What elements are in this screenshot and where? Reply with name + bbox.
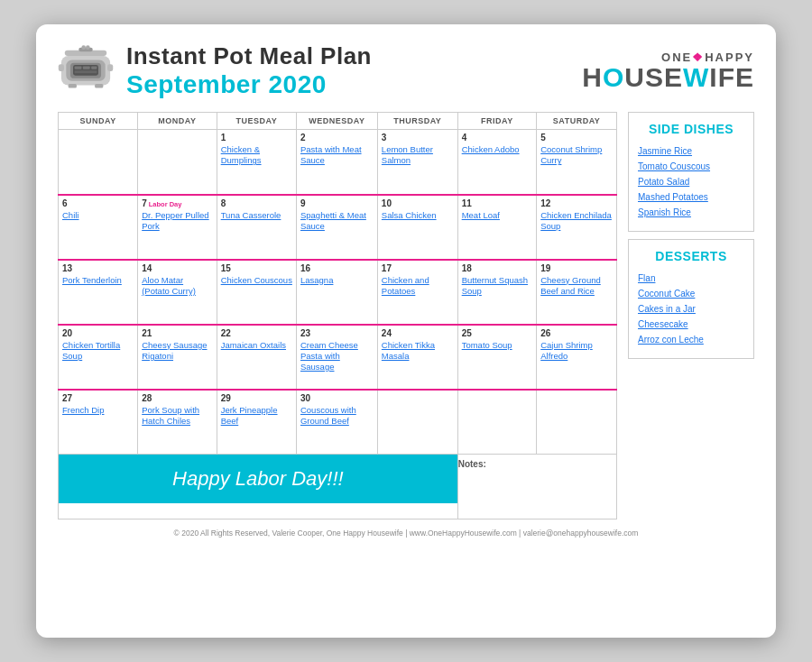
calendar-cell: 26Cajun Shrimp Alfredo — [537, 325, 617, 390]
brand-bottom: HOUSEWIFE — [582, 64, 754, 91]
meal-link[interactable]: Cajun Shrimp Alfredo — [540, 340, 613, 363]
side-dish-item[interactable]: Spanish Rice — [638, 205, 744, 220]
side-dish-item[interactable]: Potato Salad — [638, 174, 744, 189]
cell-day-number: 17 — [382, 263, 454, 273]
svg-rect-14 — [69, 83, 77, 87]
desserts-title: DESSERTS — [638, 249, 744, 263]
cell-day-number: 18 — [462, 263, 533, 273]
banner-row: Happy Labor Day!!!Notes: — [59, 455, 617, 519]
cell-day-number: 4 — [462, 133, 533, 143]
meal-link[interactable]: Couscous with Ground Beef — [300, 405, 374, 428]
cell-day-number: 6 — [62, 198, 134, 208]
meal-link[interactable]: Chicken and Potatoes — [382, 275, 454, 298]
cell-day-number: 20 — [62, 328, 134, 338]
meal-link[interactable]: Meat Loaf — [462, 210, 533, 221]
meal-link[interactable]: Chicken Tortilla Soup — [62, 340, 134, 363]
cell-day-number: 14 — [142, 263, 213, 273]
meal-link[interactable]: Pork Tenderloin — [62, 275, 134, 286]
meal-link[interactable]: Aloo Matar (Potato Curry) — [142, 275, 213, 298]
meal-link[interactable]: Lemon Butter Salmon — [382, 144, 454, 167]
meal-link[interactable]: Pasta with Meat Sauce — [300, 144, 374, 167]
calendar-cell: 23Cream Cheese Pasta with Sausage — [296, 325, 377, 390]
cell-day-number: 27 — [62, 393, 134, 403]
banner-cell-wrapper: Happy Labor Day!!! — [59, 455, 458, 519]
cell-day-number: 22 — [221, 328, 292, 338]
calendar-cell: 14Aloo Matar (Potato Curry) — [138, 260, 217, 325]
cell-day-number: 5 — [540, 133, 613, 143]
meal-link[interactable]: Lasagna — [300, 275, 374, 286]
notes-cell: Notes: — [457, 455, 616, 519]
cell-day-number: 26 — [540, 328, 613, 338]
dessert-item[interactable]: Cakes in a Jar — [638, 301, 744, 317]
meal-link[interactable]: Cream Cheese Pasta with Sausage — [300, 340, 374, 373]
banner-text: Happy Labor Day!!! — [172, 467, 344, 490]
meal-link[interactable]: Chicken & Dumplings — [221, 144, 292, 167]
meal-link[interactable]: Cheesy Sausage Rigatoni — [142, 340, 213, 363]
meal-link[interactable]: Salsa Chicken — [382, 210, 454, 221]
page-subtitle: September 2020 — [126, 70, 372, 99]
calendar-cell — [537, 390, 617, 455]
cell-day-number: 11 — [462, 198, 533, 208]
svg-point-10 — [81, 45, 86, 50]
cell-day-number: 19 — [540, 263, 613, 273]
meal-link[interactable]: Jamaican Oxtails — [221, 340, 292, 351]
cell-day-number: 10 — [382, 198, 454, 208]
meal-link[interactable]: French Dip — [62, 405, 134, 416]
svg-rect-13 — [107, 64, 113, 71]
svg-rect-8 — [75, 70, 97, 73]
meal-link[interactable]: Chicken Enchilada Soup — [540, 210, 613, 233]
dessert-item[interactable]: Flan — [638, 271, 744, 286]
meal-link[interactable]: Coconut Shrimp Curry — [540, 144, 613, 167]
calendar-week-row: 13Pork Tenderloin14Aloo Matar (Potato Cu… — [59, 260, 617, 325]
footer-text: © 2020 All Rights Reserved, Valerie Coop… — [174, 529, 639, 538]
svg-rect-5 — [75, 66, 82, 69]
calendar-cell: 10Salsa Chicken — [377, 195, 457, 260]
meal-link[interactable]: Butternut Squash Soup — [462, 275, 533, 298]
brand: ONE❖HAPPY HOUSEWIFE — [582, 51, 754, 91]
cell-day-number: 12 — [540, 198, 613, 208]
meal-link[interactable]: Pork Soup with Hatch Chiles — [142, 405, 213, 428]
calendar-week-row: 6Chili7Labor DayDr. Pepper Pulled Pork8T… — [59, 195, 617, 260]
svg-point-11 — [86, 45, 90, 50]
cell-day-number: 15 — [221, 263, 292, 273]
col-tuesday: TUESDAY — [217, 113, 296, 130]
meal-link[interactable]: Tomato Soup — [462, 340, 533, 351]
calendar-cell: 24Chicken Tikka Masala — [377, 325, 457, 390]
svg-rect-7 — [91, 66, 97, 69]
meal-link[interactable]: Cheesy Ground Beef and Rice — [540, 275, 613, 298]
cell-day-number: 3 — [382, 133, 454, 143]
dessert-item[interactable]: Cheesecake — [638, 317, 744, 332]
col-friday: FRIDAY — [457, 113, 537, 130]
desserts-list: FlanCoconut CakeCakes in a JarCheesecake… — [638, 271, 744, 347]
calendar-cell: 4Chicken Adobo — [457, 130, 537, 195]
col-monday: MONDAY — [138, 113, 217, 130]
calendar-cell: 8Tuna Casserole — [217, 195, 296, 260]
meal-link[interactable]: Chicken Adobo — [462, 144, 533, 155]
calendar-cell — [138, 130, 217, 195]
meal-link[interactable]: Jerk Pineapple Beef — [221, 405, 292, 428]
instant-pot-icon — [58, 43, 114, 99]
side-dish-item[interactable]: Mashed Potatoes — [638, 189, 744, 205]
calendar-cell — [377, 390, 457, 455]
meal-link[interactable]: Chili — [62, 210, 134, 221]
meal-link[interactable]: Chicken Tikka Masala — [382, 340, 454, 363]
page-title: Instant Pot Meal Plan — [126, 42, 372, 70]
meal-link[interactable]: Spaghetti & Meat Sauce — [300, 210, 374, 233]
page: Instant Pot Meal Plan September 2020 ONE… — [36, 24, 776, 638]
calendar-cell: 13Pork Tenderloin — [59, 260, 138, 325]
calendar-cell: 6Chili — [59, 195, 138, 260]
side-dish-item[interactable]: Tomato Couscous — [638, 159, 744, 174]
calendar-cell — [59, 130, 138, 195]
side-dish-item[interactable]: Jasmine Rice — [638, 143, 744, 159]
meal-link[interactable]: Dr. Pepper Pulled Pork — [142, 210, 213, 233]
dessert-item[interactable]: Coconut Cake — [638, 286, 744, 301]
sidebar: SIDE DISHES Jasmine RiceTomato CouscousP… — [628, 112, 754, 519]
dessert-item[interactable]: Arroz con Leche — [638, 332, 744, 347]
meal-link[interactable]: Tuna Casserole — [221, 210, 292, 221]
meal-link[interactable]: Chicken Couscous — [221, 275, 292, 286]
calendar-cell: 9Spaghetti & Meat Sauce — [296, 195, 377, 260]
calendar-week-row: 20Chicken Tortilla Soup21Cheesy Sausage … — [59, 325, 617, 390]
calendar-table: SUNDAY MONDAY TUESDAY WEDNESDAY THURSDAY… — [58, 112, 617, 519]
calendar-cell: 3Lemon Butter Salmon — [377, 130, 457, 195]
svg-rect-9 — [78, 47, 93, 51]
